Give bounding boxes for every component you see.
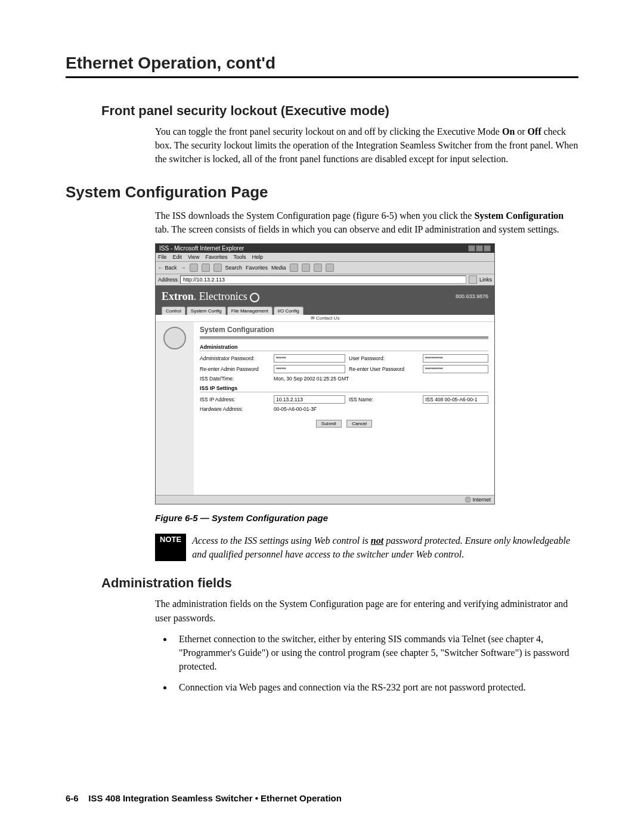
- address-label: Address: [158, 277, 178, 283]
- note-badge: NOTE: [155, 534, 186, 561]
- ie-address-bar: Address http://10.13.2.113 Links: [156, 274, 494, 286]
- list-item: Ethernet connection to the switcher, eit…: [173, 632, 578, 674]
- ip-section-heading: ISS IP Settings: [200, 385, 488, 392]
- ie-menubar: File Edit View Favorites Tools Help: [156, 253, 494, 262]
- document-page: Ethernet Operation, cont'd Front panel s…: [0, 0, 644, 833]
- menu-file[interactable]: File: [158, 254, 167, 260]
- stop-icon[interactable]: [190, 264, 198, 272]
- tab-control[interactable]: Control: [162, 306, 185, 315]
- sidebar: [156, 322, 194, 495]
- cancel-button[interactable]: Cancel: [346, 420, 372, 428]
- divider: [200, 336, 488, 339]
- back-button[interactable]: ← Back: [158, 265, 177, 271]
- datetime-value: Mon, 30 Sep 2002 01:25:25 GMT: [274, 376, 488, 382]
- favorites-button[interactable]: Favorites: [246, 265, 268, 271]
- footer-text: ISS 408 Integration Seamless Switcher • …: [88, 793, 342, 803]
- admin-pw-label: Administrator Password:: [200, 355, 270, 361]
- media-button[interactable]: Media: [271, 265, 286, 271]
- section-heading-sysconfig: System Configuration Page: [66, 183, 578, 202]
- paragraph-admin-fields: The administration fields on the System …: [155, 597, 578, 624]
- text-off: Off: [528, 126, 541, 137]
- user-pw-input[interactable]: *********: [423, 354, 488, 363]
- hw-value: 00-05-A6-00-01-3F: [274, 406, 488, 412]
- text: You can toggle the front panel security …: [155, 126, 502, 137]
- admin-pw-input[interactable]: *****: [274, 354, 345, 363]
- text-tabname: System Configuration: [474, 210, 564, 221]
- figure-caption: Figure 6-5 — System Configuration page: [155, 513, 578, 523]
- forward-button[interactable]: →: [181, 265, 186, 271]
- ie-titlebar: ISS - Microsoft Internet Explorer: [156, 244, 494, 253]
- admin-section-heading: Administration: [200, 344, 488, 351]
- page-title: System Configuration: [200, 326, 488, 334]
- ip-input[interactable]: 10.13.2.113: [274, 395, 345, 404]
- tab-file-management[interactable]: File Management: [227, 306, 273, 315]
- status-right: 🌐 Internet: [465, 497, 491, 503]
- figure-6-5: ISS - Microsoft Internet Explorer File E…: [155, 243, 495, 504]
- print-icon[interactable]: [314, 264, 322, 272]
- menu-edit[interactable]: Edit: [173, 254, 182, 260]
- extron-header: Extron. Electronics 800.633.9876 Control…: [156, 286, 494, 315]
- list-item: Connection via Web pages and connection …: [173, 680, 578, 694]
- phone-number: 800.633.9876: [456, 293, 488, 299]
- name-label: ISS Name:: [349, 397, 419, 402]
- search-button[interactable]: Search: [225, 265, 243, 271]
- re-admin-input[interactable]: *****: [274, 365, 345, 373]
- menu-view[interactable]: View: [188, 254, 199, 260]
- page-number: 6-6: [66, 793, 79, 803]
- main-content: System Configuration Administration Admi…: [194, 322, 494, 495]
- menu-help[interactable]: Help: [252, 254, 263, 260]
- globe-icon: [250, 293, 259, 302]
- re-admin-label: Re-enter Admin Password: [200, 366, 270, 372]
- maximize-icon[interactable]: [476, 245, 483, 252]
- ip-label: ISS IP Address:: [200, 397, 270, 402]
- extron-body: System Configuration Administration Admi…: [156, 322, 494, 495]
- menu-tools[interactable]: Tools: [233, 254, 246, 260]
- paragraph-sysconfig: The ISS downloads the System Configurati…: [155, 209, 578, 236]
- logo-globe-icon: [163, 327, 186, 349]
- tab-io-config[interactable]: I/O Config: [274, 306, 304, 315]
- address-input[interactable]: http://10.13.2.113: [180, 275, 466, 284]
- re-user-label: Re-enter User Password: [349, 366, 419, 372]
- datetime-label: ISS Date/Time:: [200, 376, 270, 382]
- name-input[interactable]: ISS 408 00-05-A6-00-1: [423, 395, 488, 404]
- ie-window-buttons: [468, 245, 491, 252]
- minimize-icon[interactable]: [468, 245, 475, 252]
- submit-button[interactable]: Submit: [316, 420, 342, 428]
- close-icon[interactable]: [484, 245, 491, 252]
- ie-window-title: ISS - Microsoft Internet Explorer: [159, 245, 244, 252]
- note-block: NOTE Access to the ISS settings using We…: [155, 534, 578, 561]
- home-icon[interactable]: [213, 264, 222, 272]
- extron-tabs: Control System Config File Management I/…: [162, 306, 488, 315]
- refresh-icon[interactable]: [202, 264, 210, 272]
- chapter-title: Ethernet Operation, cont'd: [66, 54, 578, 78]
- hw-label: Hardware Address:: [200, 406, 270, 412]
- ie-toolbar: ← Back → Search Favorites Media: [156, 262, 494, 274]
- history-icon[interactable]: [290, 264, 298, 272]
- extron-logo: Extron. Electronics: [162, 290, 259, 303]
- section-heading-lockout: Front panel security lockout (Executive …: [101, 103, 578, 119]
- page-footer: 6-6 ISS 408 Integration Seamless Switche…: [66, 793, 342, 803]
- section-heading-admin-fields: Administration fields: [101, 575, 578, 591]
- user-pw-label: User Password:: [349, 355, 419, 361]
- mail-icon[interactable]: [302, 264, 310, 272]
- text: tab. The screen consists of fields in wh…: [155, 224, 559, 234]
- text: The ISS downloads the System Configurati…: [155, 210, 474, 221]
- note-text: Access to the ISS settings using Web con…: [192, 534, 578, 561]
- text-on: On: [502, 126, 515, 137]
- links-label[interactable]: Links: [479, 277, 492, 283]
- contact-link[interactable]: ✉ Contact Us: [156, 315, 494, 322]
- re-user-input[interactable]: *********: [423, 365, 488, 373]
- paragraph-lockout: You can toggle the front panel security …: [155, 125, 578, 166]
- tab-system-config[interactable]: System Config: [187, 306, 226, 315]
- edit-icon[interactable]: [326, 264, 334, 272]
- ie-statusbar: 🌐 Internet: [156, 495, 494, 504]
- go-button[interactable]: [469, 275, 477, 284]
- text: or: [515, 126, 527, 137]
- menu-favorites[interactable]: Favorites: [205, 254, 227, 260]
- bullet-list: Ethernet connection to the switcher, eit…: [173, 632, 578, 695]
